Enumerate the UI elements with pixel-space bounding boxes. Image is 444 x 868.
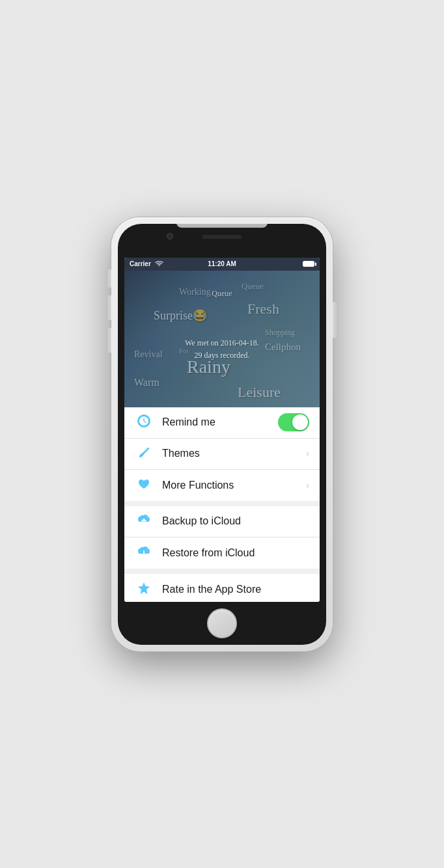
battery-icon xyxy=(303,261,314,267)
power-button xyxy=(333,302,338,338)
svg-point-2 xyxy=(139,455,141,457)
time-display: 11:20 AM xyxy=(208,260,236,267)
home-button[interactable] xyxy=(207,608,237,638)
wifi-icon xyxy=(155,260,163,268)
screen: Carrier 11:20 AM xyxy=(124,258,320,602)
status-bar: Carrier 11:20 AM xyxy=(124,258,320,271)
heart-icon xyxy=(137,477,151,494)
backup-icloud-label: Backup to iCloud xyxy=(162,515,309,527)
settings-container: Remind me xyxy=(124,407,320,602)
toggle-knob xyxy=(292,414,308,430)
nav-bar: Queue xyxy=(124,284,320,305)
restore-icon-container xyxy=(135,544,153,562)
more-functions-icon-container xyxy=(135,476,153,495)
restore-icloud-label: Restore from iCloud xyxy=(162,547,309,559)
clock-icon xyxy=(137,414,151,431)
more-functions-chevron: › xyxy=(306,480,309,491)
front-camera xyxy=(167,233,173,239)
meet-date-line2: 29 days recorded. xyxy=(124,349,320,362)
nav-queue-label: Queue xyxy=(212,289,232,299)
rate-app-store-row[interactable]: Rate in the App Store xyxy=(124,574,320,602)
battery-fill xyxy=(303,262,314,266)
themes-icon-container xyxy=(135,444,153,463)
phone-frame: Carrier 11:20 AM xyxy=(111,217,333,651)
header-background: Queue Working Queue Surprise😂 Fresh Shop… xyxy=(124,271,320,407)
more-functions-row[interactable]: More Functions › xyxy=(124,470,320,501)
backup-icloud-row[interactable]: Backup to iCloud xyxy=(124,506,320,537)
cloud-upload-icon xyxy=(136,513,152,530)
status-left: Carrier xyxy=(130,260,163,268)
themes-row[interactable]: Themes › xyxy=(124,439,320,470)
phone-inner: Carrier 11:20 AM xyxy=(118,224,326,645)
settings-group-1: Remind me xyxy=(124,407,320,501)
cloud-download-icon xyxy=(136,545,152,562)
phone-top-bar xyxy=(176,224,268,228)
backup-icon-container xyxy=(135,512,153,530)
word-warm: Warm xyxy=(134,377,160,388)
status-right xyxy=(303,261,314,267)
settings-group-2: Backup to iCloud Restore f xyxy=(124,506,320,569)
center-date-area: We met on 2016-04-18. 29 days recorded. xyxy=(124,303,320,362)
remind-me-label: Remind me xyxy=(162,416,278,428)
more-functions-label: More Functions xyxy=(162,480,306,491)
star-icon xyxy=(137,581,151,598)
remind-me-icon-container xyxy=(135,413,153,431)
settings-group-3: Rate in the App Store xyxy=(124,574,320,602)
carrier-label: Carrier xyxy=(130,260,151,267)
remind-me-toggle[interactable] xyxy=(278,413,309,431)
rate-icon-container xyxy=(135,580,153,599)
remind-me-row[interactable]: Remind me xyxy=(124,407,320,439)
rate-app-store-label: Rate in the App Store xyxy=(162,584,309,595)
volume-down-button xyxy=(106,328,111,353)
speaker-grille xyxy=(202,235,242,239)
meet-date-line1: We met on 2016-04-18. xyxy=(124,337,320,349)
volume-up-button xyxy=(106,295,111,320)
themes-label: Themes xyxy=(162,448,306,459)
themes-chevron: › xyxy=(306,448,309,459)
brush-icon xyxy=(137,445,151,462)
mute-button xyxy=(106,269,111,288)
restore-icloud-row[interactable]: Restore from iCloud xyxy=(124,537,320,569)
word-leisure: Leisure xyxy=(238,384,281,401)
